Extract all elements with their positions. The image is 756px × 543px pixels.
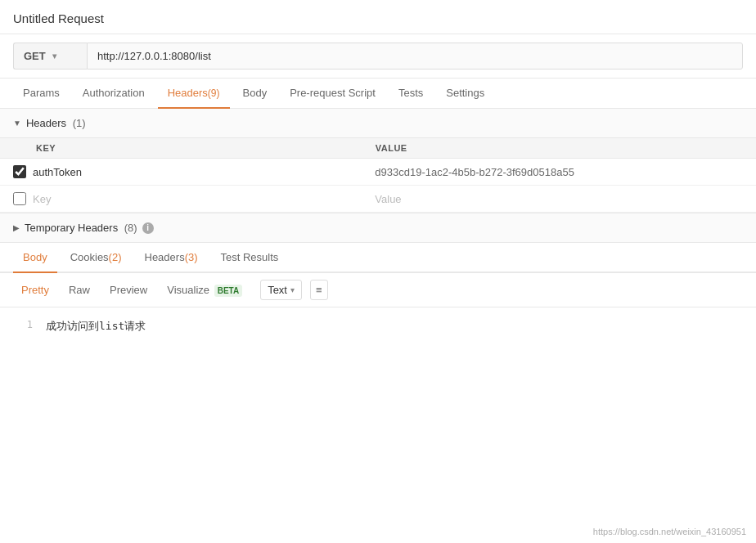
resp-tab-cookies[interactable]: Cookies(2) xyxy=(61,243,132,273)
request-tabs: Params Authorization Headers(9) Body Pre… xyxy=(0,79,756,109)
view-btn-raw[interactable]: Raw xyxy=(61,280,98,300)
table-row: Key Value xyxy=(0,186,756,213)
title-bar: Untitled Request xyxy=(0,0,756,34)
headers-arrow-icon: ▼ xyxy=(13,119,21,128)
resp-tab-test-results[interactable]: Test Results xyxy=(211,243,289,273)
line-content: 成功访问到list请求 xyxy=(46,319,146,334)
tab-body[interactable]: Body xyxy=(233,79,277,109)
temp-headers-title: Temporary Headers (8) xyxy=(25,222,137,234)
row-key-authtoken: authToken xyxy=(33,166,368,178)
headers-section-toggle[interactable]: ▼ Headers (1) xyxy=(0,109,756,138)
response-toolbar: Pretty Raw Preview Visualize BETA Text ▾… xyxy=(0,273,756,307)
row-checkbox-authtoken[interactable] xyxy=(13,165,26,178)
resp-tab-body[interactable]: Body xyxy=(13,243,57,273)
url-bar: GET ▾ xyxy=(0,34,756,79)
row-key-placeholder: Key xyxy=(33,193,368,205)
view-btn-pretty[interactable]: Pretty xyxy=(13,280,57,300)
temp-headers-arrow-icon: ▶ xyxy=(13,223,20,232)
tab-settings[interactable]: Settings xyxy=(436,79,494,109)
beta-badge: BETA xyxy=(214,285,242,297)
table-header: KEY VALUE xyxy=(0,138,756,159)
method-label: GET xyxy=(24,50,46,62)
headers-section-title: Headers (1) xyxy=(26,117,86,129)
method-select[interactable]: GET ▾ xyxy=(13,43,87,70)
info-icon[interactable]: i xyxy=(142,222,154,234)
line-number: 1 xyxy=(13,319,33,330)
page-title: Untitled Request xyxy=(13,11,743,25)
response-tabs: Body Cookies(2) Headers(3) Test Results xyxy=(0,243,756,273)
format-chevron-icon: ▾ xyxy=(290,285,295,294)
view-btn-visualize[interactable]: Visualize BETA xyxy=(159,280,250,300)
temporary-headers-section: ▶ Temporary Headers (8) i xyxy=(0,213,756,243)
response-content: 1 成功访问到list请求 xyxy=(0,307,756,406)
tab-tests[interactable]: Tests xyxy=(389,79,433,109)
format-select[interactable]: Text ▾ xyxy=(260,280,302,300)
col-value-header: VALUE xyxy=(376,143,743,153)
watermark: https://blog.csdn.net/weixin_43160951 xyxy=(593,527,746,536)
col-key-header: KEY xyxy=(36,143,376,153)
headers-table: KEY VALUE authToken d933cd19-1ac2-4b5b-b… xyxy=(0,138,756,213)
row-value-placeholder: Value xyxy=(375,193,743,205)
row-value-authtoken: d933cd19-1ac2-4b5b-b272-3f69d0518a55 xyxy=(375,166,743,178)
row-checkbox-key[interactable] xyxy=(13,192,26,205)
headers-section: ▼ Headers (1) KEY VALUE authToken d933cd… xyxy=(0,109,756,213)
tab-authorization[interactable]: Authorization xyxy=(73,79,155,109)
url-input[interactable] xyxy=(87,43,743,70)
tab-pre-request-script[interactable]: Pre-request Script xyxy=(280,79,385,109)
table-row: authToken d933cd19-1ac2-4b5b-b272-3f69d0… xyxy=(0,159,756,186)
wrap-button[interactable]: ≡ xyxy=(310,280,328,300)
response-line: 1 成功访问到list请求 xyxy=(0,317,756,335)
method-chevron-icon: ▾ xyxy=(52,52,56,61)
view-btn-preview[interactable]: Preview xyxy=(101,280,155,300)
tab-params[interactable]: Params xyxy=(13,79,70,109)
tab-headers[interactable]: Headers(9) xyxy=(158,79,230,109)
resp-tab-headers[interactable]: Headers(3) xyxy=(135,243,208,273)
